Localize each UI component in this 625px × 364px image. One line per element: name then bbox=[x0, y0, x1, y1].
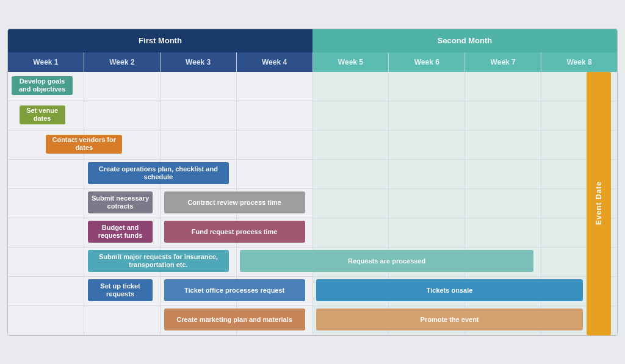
grid-cell bbox=[465, 189, 541, 218]
task-bar-task5b[interactable]: Contract review process time bbox=[164, 191, 305, 213]
grid-row-1 bbox=[8, 101, 617, 130]
grid-cell bbox=[389, 72, 465, 101]
task-bar-task3[interactable]: Contact vendors for dates bbox=[46, 135, 122, 154]
grid-cell bbox=[313, 189, 389, 218]
grid-cell bbox=[465, 130, 541, 159]
task-bar-task1[interactable]: Develop goals and objectives bbox=[12, 76, 73, 95]
grid-cell bbox=[389, 160, 465, 188]
grid-cell bbox=[161, 130, 237, 159]
grid-cell bbox=[389, 101, 465, 130]
task-bar-task6b[interactable]: Fund request process time bbox=[164, 221, 305, 243]
grid-cell bbox=[313, 160, 389, 188]
grid-cell bbox=[465, 160, 541, 188]
week-2-header: Week 2 bbox=[84, 52, 161, 72]
grid-cell bbox=[8, 218, 84, 247]
grid-cell bbox=[541, 160, 617, 188]
grid-cell bbox=[84, 101, 161, 130]
week-5-header: Week 5 bbox=[313, 52, 389, 72]
week-8-header: Week 8 bbox=[541, 52, 617, 72]
grid-cell bbox=[465, 101, 541, 130]
task-bar-task7a[interactable]: Submit major requests for insurance, tra… bbox=[88, 250, 229, 272]
grid-cell bbox=[237, 72, 313, 101]
week-1-header: Week 1 bbox=[8, 52, 84, 72]
grid-cell bbox=[465, 218, 541, 247]
task-bar-task2[interactable]: Set venue dates bbox=[20, 105, 65, 124]
grid-cell bbox=[465, 72, 541, 101]
week-4-header: Week 4 bbox=[237, 52, 313, 72]
grid-cell bbox=[237, 160, 313, 188]
grid-cell bbox=[313, 72, 389, 101]
grid-cell bbox=[84, 306, 161, 335]
grid-cell bbox=[237, 130, 313, 159]
task-bar-task8b[interactable]: Ticket office processes request bbox=[164, 279, 305, 301]
grid-cell bbox=[541, 218, 617, 247]
task-bar-task8a[interactable]: Set up ticket requests bbox=[88, 279, 153, 301]
grid-cell bbox=[389, 189, 465, 218]
grid-cell bbox=[8, 306, 84, 335]
task-bar-task7b[interactable]: Requests are processed bbox=[240, 250, 533, 272]
task-bar-task5a[interactable]: Submit necessary cotracts bbox=[88, 191, 153, 213]
grid-cell bbox=[8, 189, 84, 218]
grid-cell bbox=[541, 101, 617, 130]
grid-cell bbox=[8, 248, 84, 276]
week-3-header: Week 3 bbox=[161, 52, 237, 72]
grid-cell bbox=[313, 218, 389, 247]
grid-cell bbox=[541, 189, 617, 218]
task-bar-task6a[interactable]: Budget and request funds bbox=[88, 221, 153, 243]
grid-cell bbox=[389, 218, 465, 247]
grid-cell bbox=[161, 101, 237, 130]
month-second-label: Second Month bbox=[312, 29, 617, 52]
grid-cell bbox=[161, 72, 237, 101]
grid-cell bbox=[313, 130, 389, 159]
grid-cell bbox=[541, 130, 617, 159]
task-bar-task4[interactable]: Create operations plan, checklist and sc… bbox=[88, 162, 229, 184]
grid-cell bbox=[389, 130, 465, 159]
grid-cell bbox=[313, 101, 389, 130]
week-7-header: Week 7 bbox=[465, 52, 541, 72]
grid-cell bbox=[541, 72, 617, 101]
grid-row-0 bbox=[8, 72, 617, 101]
month-first-label: First Month bbox=[8, 29, 312, 52]
grid-cell bbox=[8, 277, 84, 305]
gantt-body: Develop goals and objectivesSet venue da… bbox=[8, 72, 617, 335]
task-bar-task9b[interactable]: Promote the event bbox=[316, 309, 583, 330]
week-headers: Week 1 Week 2 Week 3 Week 4 Week 5 Week … bbox=[8, 52, 617, 72]
month-headers: First Month Second Month bbox=[8, 29, 617, 52]
gantt-chart: First Month Second Month Week 1 Week 2 W… bbox=[7, 29, 618, 336]
task-bar-task9a[interactable]: Create marketing plan and materials bbox=[164, 309, 305, 330]
grid-cell bbox=[237, 101, 313, 130]
grid-cell bbox=[541, 248, 617, 276]
week-6-header: Week 6 bbox=[389, 52, 465, 72]
grid-cell bbox=[8, 160, 84, 188]
grid-cell bbox=[84, 72, 161, 101]
task-bar-task8c[interactable]: Tickets onsale bbox=[316, 279, 583, 301]
